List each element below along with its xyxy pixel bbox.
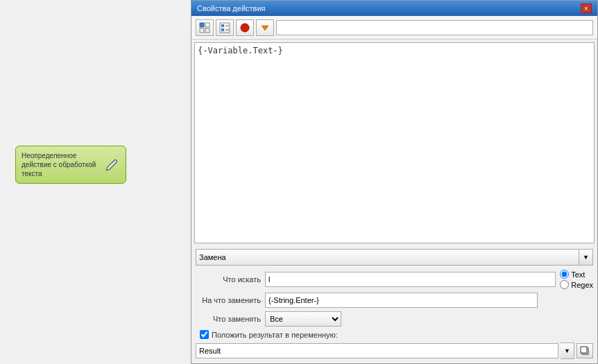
bottom-panel: Замена Вставить Удалить ▼ Что искать Tex… bbox=[191, 246, 597, 363]
search-row: Что искать Text Regex bbox=[196, 270, 593, 289]
dialog-titlebar: Свойства действия × bbox=[191, 1, 597, 16]
dialog: Свойства действия × bbox=[191, 0, 598, 364]
toolbar-btn-2[interactable] bbox=[216, 19, 234, 36]
radio-regex-label[interactable]: Regex bbox=[560, 280, 593, 289]
radio-text[interactable] bbox=[560, 270, 569, 279]
svg-rect-5 bbox=[221, 24, 224, 27]
radio-group: Text Regex bbox=[560, 270, 593, 289]
checkbox-row: Положить результат в переменную: bbox=[200, 330, 593, 339]
svg-marker-10 bbox=[262, 26, 268, 31]
replace-mode-row: Замена Вставить Удалить ▼ bbox=[196, 249, 593, 266]
svg-rect-2 bbox=[200, 28, 204, 33]
replace-mode-dropdown-arrow[interactable]: ▼ bbox=[579, 249, 593, 266]
scope-row: Что заменять Все Первое Последнее bbox=[196, 311, 593, 327]
toolbar bbox=[191, 16, 597, 40]
canvas-node-label: Неопределенное действие с обработкой тек… bbox=[22, 151, 101, 178]
pen-icon bbox=[103, 157, 120, 173]
result-row: ▼ bbox=[196, 343, 593, 359]
canvas-area: Неопределенное действие с обработкой тек… bbox=[0, 0, 191, 364]
svg-rect-3 bbox=[205, 28, 210, 33]
toolbar-btn-4[interactable] bbox=[256, 19, 274, 36]
replace-input[interactable] bbox=[265, 293, 538, 308]
svg-rect-12 bbox=[581, 347, 587, 353]
svg-rect-0 bbox=[200, 23, 204, 27]
scope-select[interactable]: Все Первое Последнее bbox=[265, 311, 341, 327]
dialog-title: Свойства действия bbox=[197, 4, 266, 12]
replace-mode-select[interactable]: Замена Вставить Удалить bbox=[196, 249, 579, 266]
toolbar-btn-3[interactable] bbox=[236, 19, 254, 36]
radio-text-label[interactable]: Text bbox=[560, 270, 593, 279]
scope-select-wrap: Все Первое Последнее bbox=[265, 311, 341, 327]
toolbar-search-input[interactable] bbox=[276, 20, 593, 35]
scope-label: Что заменять bbox=[196, 315, 265, 323]
main-editor: {-Variable.Text-} bbox=[191, 40, 597, 246]
result-checkbox[interactable] bbox=[200, 330, 209, 339]
replace-label: На что заменить bbox=[196, 296, 265, 304]
search-label: Что искать bbox=[196, 275, 265, 284]
canvas-node[interactable]: Неопределенное действие с обработкой тек… bbox=[15, 146, 126, 184]
svg-rect-1 bbox=[205, 23, 210, 27]
result-dropdown-arrow[interactable]: ▼ bbox=[561, 343, 574, 359]
result-input[interactable] bbox=[196, 343, 558, 358]
svg-point-9 bbox=[241, 24, 249, 32]
search-input[interactable] bbox=[265, 272, 556, 287]
copy-button[interactable] bbox=[576, 343, 593, 358]
replace-row: На что заменить bbox=[196, 293, 593, 308]
result-checkbox-label[interactable]: Положить результат в переменную: bbox=[200, 330, 338, 339]
svg-rect-6 bbox=[221, 28, 224, 31]
close-button[interactable]: × bbox=[581, 3, 592, 13]
toolbar-btn-1[interactable] bbox=[196, 19, 214, 36]
text-editor-area[interactable]: {-Variable.Text-} bbox=[194, 42, 595, 243]
radio-regex[interactable] bbox=[560, 280, 569, 289]
